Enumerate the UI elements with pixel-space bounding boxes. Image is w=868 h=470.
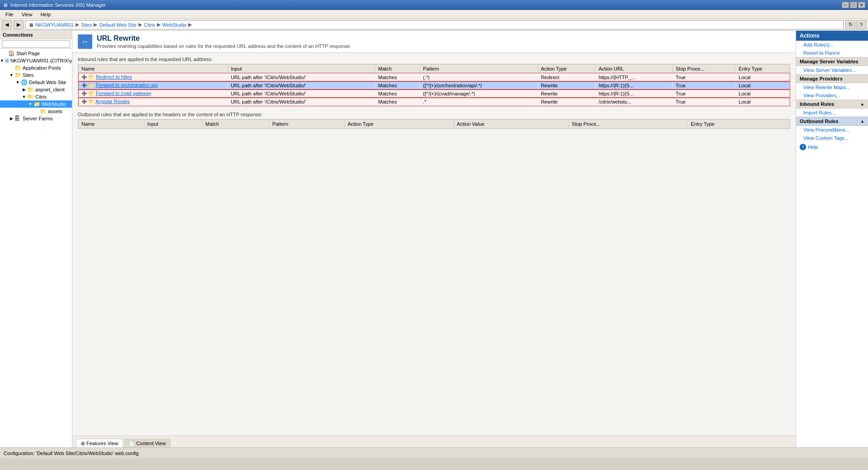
tab-content-view[interactable]: 📄 Content View xyxy=(124,439,171,447)
expand-serverfarms[interactable]: ▶ xyxy=(8,116,14,121)
tree-item-webstudio[interactable]: ▼ 📁 WebStudio xyxy=(0,100,72,108)
tree-item-serverfarms[interactable]: ▶ 🗄 Server Farms xyxy=(0,115,72,122)
col-name[interactable]: Name xyxy=(79,65,228,73)
breadcrumb-sites[interactable]: Sites xyxy=(81,22,92,28)
page-header: ↔ URL Rewrite Provides rewriting capabil… xyxy=(72,31,796,53)
address-bar: ◀ ▶ 🖥 NKGWYUANR01 ▶ Sites ▶ Default Web … xyxy=(0,19,868,31)
menu-help[interactable]: Help xyxy=(37,11,54,18)
col-action-type[interactable]: Action Type xyxy=(538,65,596,73)
action-link-view-rewrite-maps[interactable]: View Rewrite Maps... xyxy=(796,83,868,91)
action-link-view-providers[interactable]: View Providers... xyxy=(796,91,868,100)
sites-icon: 📁 xyxy=(14,72,22,78)
tree-item-defaultweb[interactable]: ▼ 🌐 Default Web Site xyxy=(0,79,72,86)
cell-action-url: /citrix/webstu... xyxy=(596,98,673,106)
breadcrumb-default-web-site[interactable]: Default Web Site xyxy=(99,22,136,28)
action-link-revert-parent[interactable]: Revert to Parent xyxy=(796,49,868,57)
breadcrumb: 🖥 NKGWYUANR01 ▶ Sites ▶ Default Web Site… xyxy=(25,20,844,29)
expand-webstudio[interactable]: ▼ xyxy=(27,102,33,106)
title-bar-controls[interactable]: ─ □ ✕ xyxy=(842,2,865,8)
cell-stop-process: True xyxy=(673,73,735,81)
action-link-view-preconditions[interactable]: View Preconditions... xyxy=(796,126,868,134)
action-link-view-server-vars[interactable]: View Server Variables... xyxy=(796,66,868,74)
collapse-outbound[interactable]: ▲ xyxy=(860,119,864,123)
breadcrumb-citrix[interactable]: Citrix xyxy=(144,22,155,28)
col-input[interactable]: Input xyxy=(228,65,375,73)
col-pattern[interactable]: Pattern xyxy=(420,65,538,73)
tab-features-view[interactable]: ⊞ Features View xyxy=(76,439,123,447)
tree-label-sites: Sites xyxy=(23,72,33,78)
table-row[interactable]: ➕ 📁 Forward to orchestration api URL pat… xyxy=(79,81,790,90)
col-out-action-value[interactable]: Action Value xyxy=(454,120,569,128)
nav-forward-button[interactable]: ▶ xyxy=(14,20,24,29)
tree-label-citrix: Citrix xyxy=(35,94,47,100)
nav-back-button[interactable]: ◀ xyxy=(2,20,12,29)
col-out-action-type[interactable]: Action Type xyxy=(345,120,454,128)
breadcrumb-server[interactable]: NKGWYUANR01 xyxy=(35,22,74,28)
tree-label-aspnet: aspnet_client xyxy=(35,87,65,92)
col-action-url[interactable]: Action URL xyxy=(596,65,673,73)
outbound-section-label: Outbound rules that are applied to the h… xyxy=(78,112,790,117)
rule-name-link[interactable]: Redirect to https xyxy=(96,74,132,80)
actions-header: Actions xyxy=(796,31,868,41)
expand-citrix[interactable]: ▼ xyxy=(21,95,27,99)
inbound-table-body: ➕ 📁 Redirect to https URL path after '/C… xyxy=(79,73,790,106)
col-out-input[interactable]: Input xyxy=(144,120,203,128)
expand-defaultweb[interactable]: ▼ xyxy=(14,80,21,85)
col-out-name[interactable]: Name xyxy=(79,120,145,128)
collapse-inbound[interactable]: ▲ xyxy=(860,102,864,106)
tree-item-sites[interactable]: ▼ 📁 Sites xyxy=(0,71,72,79)
tree-item-assets[interactable]: 📁 assets xyxy=(0,108,72,115)
col-out-stop[interactable]: Stop Proce... xyxy=(569,120,688,128)
close-button[interactable]: ✕ xyxy=(858,2,865,8)
start-icon: 🏠 xyxy=(8,50,15,57)
tree-item-aspnet[interactable]: ▶ 📁 aspnet_client xyxy=(0,86,72,93)
action-link-view-custom-tags[interactable]: View Custom Tags... xyxy=(796,134,868,142)
app-icon: 🖥 xyxy=(3,2,8,8)
row-folder-icon: 📁 xyxy=(88,99,95,104)
cell-match: Matches xyxy=(375,98,420,106)
menu-bar: File View Help xyxy=(0,10,868,19)
col-entry-type[interactable]: Entry Type xyxy=(736,65,790,73)
tree-item-server[interactable]: ▼ 🖥 NKGWYUANR01 (CITRIX\yua xyxy=(0,57,72,64)
table-row[interactable]: ➕ 📁 Forward to cvad gateway URL path aft… xyxy=(79,90,790,98)
help-icon-button[interactable]: ? xyxy=(856,20,866,29)
title-bar-left: 🖥 Internet Information Services (IIS) Ma… xyxy=(3,2,106,8)
refresh-button[interactable]: ↻ xyxy=(845,20,855,29)
tree-item-apppools[interactable]: 📁 Application Pools xyxy=(0,64,72,71)
rule-name-link[interactable]: Forward to cvad gateway xyxy=(96,90,152,96)
table-row[interactable]: ➕ 📁 Redirect to https URL path after '/C… xyxy=(79,73,790,81)
cell-match: Matches xyxy=(375,81,420,90)
tree-item-citrix[interactable]: ▼ 📁 Citrix xyxy=(0,93,72,100)
connections-search-input[interactable] xyxy=(2,40,70,47)
col-out-entry[interactable]: Entry Type xyxy=(688,120,790,128)
row-expand-icon: ➕ xyxy=(81,99,87,104)
menu-file[interactable]: File xyxy=(2,11,17,18)
help-link[interactable]: ? Help xyxy=(796,142,868,152)
action-link-add-rule[interactable]: Add Rule(s)... xyxy=(796,41,868,49)
col-match[interactable]: Match xyxy=(375,65,420,73)
rule-name-link[interactable]: Forward to orchestration api xyxy=(96,82,158,88)
expand-sites[interactable]: ▼ xyxy=(8,73,14,77)
col-stop-process[interactable]: Stop Proce... xyxy=(673,65,735,73)
expand-aspnet[interactable]: ▶ xyxy=(21,87,27,92)
col-out-pattern[interactable]: Pattern xyxy=(269,120,345,128)
row-expand-icon: ➕ xyxy=(81,75,87,80)
tab-content-label: Content View xyxy=(136,441,166,446)
breadcrumb-webstudio[interactable]: WebStudio xyxy=(162,22,187,28)
minimize-button[interactable]: ─ xyxy=(842,2,849,8)
action-link-import-rules[interactable]: Import Rules... xyxy=(796,109,868,117)
cell-stop-process: True xyxy=(673,81,735,90)
cell-name: ➕ 📁 Angular Routes xyxy=(79,98,228,106)
rule-name-link[interactable]: Angular Routes xyxy=(95,99,130,104)
maximize-button[interactable]: □ xyxy=(850,2,857,8)
col-out-match[interactable]: Match xyxy=(203,120,270,128)
cell-match: Matches xyxy=(375,73,420,81)
table-row[interactable]: ➕ 📁 Angular Routes URL path after '/Citr… xyxy=(79,98,790,106)
row-folder-icon: 📁 xyxy=(88,82,95,88)
tree-label-webstudio: WebStudio xyxy=(42,101,66,107)
tree-item-start[interactable]: 🏠 Start Page xyxy=(0,50,72,57)
row-folder-icon: 📁 xyxy=(88,90,95,96)
expand-server[interactable]: ▼ xyxy=(0,58,4,63)
outbound-table-container: Name Input Match Pattern Action Type Act… xyxy=(78,119,790,129)
menu-view[interactable]: View xyxy=(18,11,36,18)
